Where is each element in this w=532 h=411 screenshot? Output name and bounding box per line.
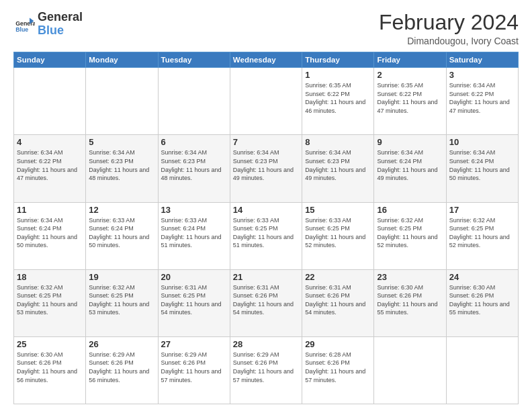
calendar-week-3: 11Sunrise: 6:34 AMSunset: 6:24 PMDayligh… [14,202,519,269]
day-info: Sunrise: 6:34 AMSunset: 6:23 PMDaylight:… [233,148,299,182]
calendar-cell: 2Sunrise: 6:35 AMSunset: 6:22 PMDaylight… [374,68,446,135]
col-wednesday: Wednesday [230,52,302,68]
calendar-cell: 17Sunrise: 6:32 AMSunset: 6:25 PMDayligh… [446,202,518,269]
day-number: 29 [305,339,371,349]
day-info: Sunrise: 6:30 AMSunset: 6:26 PMDaylight:… [449,283,515,317]
calendar-week-1: 1Sunrise: 6:35 AMSunset: 6:22 PMDaylight… [14,68,519,135]
day-info: Sunrise: 6:34 AMSunset: 6:23 PMDaylight:… [161,148,227,182]
day-number: 25 [17,339,83,349]
day-info: Sunrise: 6:35 AMSunset: 6:22 PMDaylight:… [377,81,443,115]
day-number: 13 [161,205,227,215]
calendar-cell: 16Sunrise: 6:32 AMSunset: 6:25 PMDayligh… [374,202,446,269]
day-number: 17 [449,205,515,215]
day-info: Sunrise: 6:34 AMSunset: 6:24 PMDaylight:… [377,148,443,182]
day-number: 27 [161,339,227,349]
calendar-cell: 14Sunrise: 6:33 AMSunset: 6:25 PMDayligh… [230,202,302,269]
day-info: Sunrise: 6:33 AMSunset: 6:24 PMDaylight:… [161,216,227,250]
calendar-cell: 4Sunrise: 6:34 AMSunset: 6:22 PMDaylight… [14,135,86,202]
col-sunday: Sunday [14,52,86,68]
calendar-cell: 25Sunrise: 6:30 AMSunset: 6:26 PMDayligh… [14,336,86,404]
day-info: Sunrise: 6:29 AMSunset: 6:26 PMDaylight:… [89,351,154,384]
header: General Blue GeneralBlue February 2024 D… [13,11,519,46]
day-info: Sunrise: 6:30 AMSunset: 6:26 PMDaylight:… [377,283,443,317]
day-info: Sunrise: 6:35 AMSunset: 6:22 PMDaylight:… [305,81,371,115]
calendar-cell: 27Sunrise: 6:29 AMSunset: 6:26 PMDayligh… [158,336,230,404]
day-number: 19 [89,272,154,282]
calendar-cell: 20Sunrise: 6:31 AMSunset: 6:25 PMDayligh… [158,269,230,336]
day-info: Sunrise: 6:34 AMSunset: 6:24 PMDaylight:… [449,148,515,182]
day-info: Sunrise: 6:34 AMSunset: 6:22 PMDaylight:… [449,81,515,115]
calendar-cell: 10Sunrise: 6:34 AMSunset: 6:24 PMDayligh… [446,135,518,202]
calendar-cell: 23Sunrise: 6:30 AMSunset: 6:26 PMDayligh… [374,269,446,336]
calendar-cell: 3Sunrise: 6:34 AMSunset: 6:22 PMDaylight… [446,68,518,135]
calendar-cell: 7Sunrise: 6:34 AMSunset: 6:23 PMDaylight… [230,135,302,202]
calendar-header-row: Sunday Monday Tuesday Wednesday Thursday… [14,52,519,68]
calendar-cell: 11Sunrise: 6:34 AMSunset: 6:24 PMDayligh… [14,202,86,269]
day-info: Sunrise: 6:32 AMSunset: 6:25 PMDaylight:… [89,283,154,317]
day-number: 8 [305,137,371,147]
col-friday: Friday [374,52,446,68]
day-info: Sunrise: 6:31 AMSunset: 6:25 PMDaylight:… [161,283,227,317]
day-number: 12 [89,205,154,215]
calendar-cell [446,336,518,404]
day-number: 21 [233,272,299,282]
logo: General Blue GeneralBlue [13,11,83,38]
title-block: February 2024 Dimandougou, Ivory Coast [379,11,519,46]
calendar-cell: 22Sunrise: 6:31 AMSunset: 6:26 PMDayligh… [302,269,374,336]
day-info: Sunrise: 6:34 AMSunset: 6:24 PMDaylight:… [17,216,83,250]
calendar-cell: 18Sunrise: 6:32 AMSunset: 6:25 PMDayligh… [14,269,86,336]
day-info: Sunrise: 6:34 AMSunset: 6:22 PMDaylight:… [17,148,83,182]
calendar-cell: 15Sunrise: 6:33 AMSunset: 6:25 PMDayligh… [302,202,374,269]
day-info: Sunrise: 6:32 AMSunset: 6:25 PMDaylight:… [449,216,515,250]
day-number: 1 [305,70,371,80]
day-info: Sunrise: 6:31 AMSunset: 6:26 PMDaylight:… [305,283,371,317]
day-number: 24 [449,272,515,282]
day-info: Sunrise: 6:29 AMSunset: 6:26 PMDaylight:… [161,351,227,384]
day-number: 14 [233,205,299,215]
day-info: Sunrise: 6:32 AMSunset: 6:25 PMDaylight:… [17,283,83,317]
svg-text:Blue: Blue [15,26,28,33]
day-number: 3 [449,70,515,80]
main-title: February 2024 [379,11,519,34]
day-number: 5 [89,137,154,147]
logo-text: GeneralBlue [38,11,83,38]
day-info: Sunrise: 6:30 AMSunset: 6:26 PMDaylight:… [17,351,83,384]
calendar-cell: 5Sunrise: 6:34 AMSunset: 6:23 PMDaylight… [86,135,158,202]
calendar-table: Sunday Monday Tuesday Wednesday Thursday… [13,52,519,404]
day-number: 22 [305,272,371,282]
day-number: 20 [161,272,227,282]
day-number: 23 [377,272,443,282]
day-number: 15 [305,205,371,215]
day-number: 28 [233,339,299,349]
calendar-cell: 1Sunrise: 6:35 AMSunset: 6:22 PMDaylight… [302,68,374,135]
day-info: Sunrise: 6:33 AMSunset: 6:25 PMDaylight:… [233,216,299,250]
col-thursday: Thursday [302,52,374,68]
calendar-cell [374,336,446,404]
day-number: 2 [377,70,443,80]
col-saturday: Saturday [446,52,518,68]
calendar-cell: 29Sunrise: 6:28 AMSunset: 6:26 PMDayligh… [302,336,374,404]
calendar-cell [230,68,302,135]
day-number: 26 [89,339,154,349]
day-info: Sunrise: 6:28 AMSunset: 6:26 PMDaylight:… [305,351,371,384]
calendar-cell: 26Sunrise: 6:29 AMSunset: 6:26 PMDayligh… [86,336,158,404]
calendar-cell: 21Sunrise: 6:31 AMSunset: 6:26 PMDayligh… [230,269,302,336]
logo-icon: General Blue [13,13,35,35]
calendar-week-5: 25Sunrise: 6:30 AMSunset: 6:26 PMDayligh… [14,336,519,404]
day-info: Sunrise: 6:29 AMSunset: 6:26 PMDaylight:… [233,351,299,384]
calendar-cell: 19Sunrise: 6:32 AMSunset: 6:25 PMDayligh… [86,269,158,336]
calendar-cell [86,68,158,135]
day-info: Sunrise: 6:33 AMSunset: 6:25 PMDaylight:… [305,216,371,250]
calendar-cell: 8Sunrise: 6:34 AMSunset: 6:23 PMDaylight… [302,135,374,202]
day-number: 10 [449,137,515,147]
day-info: Sunrise: 6:33 AMSunset: 6:24 PMDaylight:… [89,216,154,250]
page: General Blue GeneralBlue February 2024 D… [0,0,532,411]
day-info: Sunrise: 6:34 AMSunset: 6:23 PMDaylight:… [305,148,371,182]
col-monday: Monday [86,52,158,68]
col-tuesday: Tuesday [158,52,230,68]
calendar-week-2: 4Sunrise: 6:34 AMSunset: 6:22 PMDaylight… [14,135,519,202]
day-number: 9 [377,137,443,147]
calendar-cell: 24Sunrise: 6:30 AMSunset: 6:26 PMDayligh… [446,269,518,336]
calendar-cell [158,68,230,135]
day-info: Sunrise: 6:34 AMSunset: 6:23 PMDaylight:… [89,148,154,182]
